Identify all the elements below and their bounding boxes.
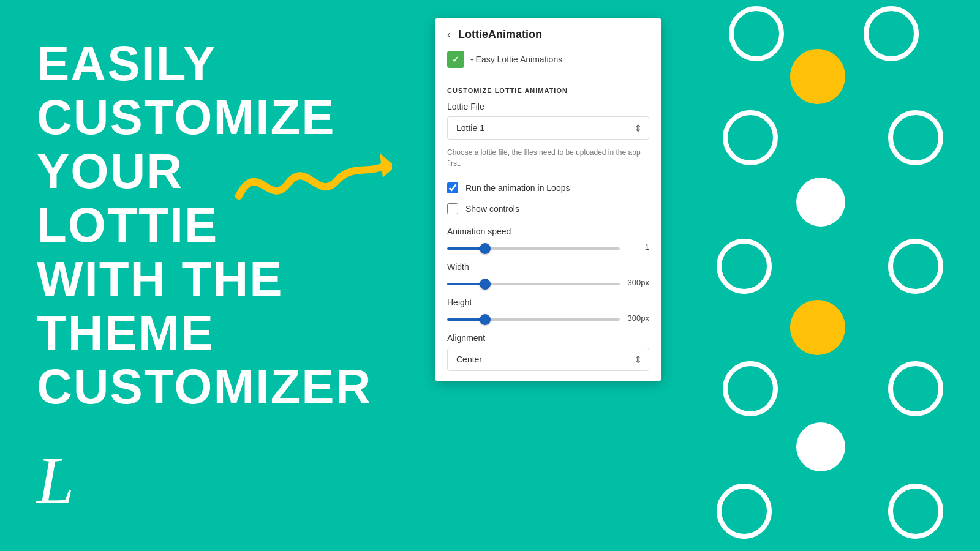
- arrow-graphic: [233, 147, 392, 220]
- panel-header: ‹ LottieAnimation: [435, 18, 662, 48]
- show-controls-checkbox[interactable]: [447, 203, 458, 214]
- height-slider[interactable]: [447, 318, 620, 321]
- customizer-panel: ‹ LottieAnimation ✓ - Easy Lottie Animat…: [435, 18, 662, 381]
- plugin-icon: ✓: [447, 51, 464, 68]
- width-slider-wrapper: [447, 277, 620, 288]
- animation-speed-slider-wrapper: [447, 241, 620, 252]
- height-row: 300px: [447, 312, 649, 323]
- deco-circle-1: [729, 6, 784, 61]
- animation-speed-section: Animation speed 1: [435, 219, 662, 255]
- deco-circle-6: [796, 178, 845, 227]
- deco-circle-14: [888, 484, 943, 539]
- alignment-label: Alignment: [447, 333, 649, 343]
- lottie-file-select-wrapper: Lottie 1 Lottie 2 Lottie 3 ⇕: [447, 116, 649, 140]
- deco-circle-7: [717, 239, 772, 294]
- height-label: Height: [447, 298, 649, 307]
- back-button[interactable]: ‹: [447, 28, 451, 41]
- plugin-row: ✓ - Easy Lottie Animations: [435, 48, 662, 77]
- deco-circle-5: [888, 110, 943, 165]
- width-slider[interactable]: [447, 283, 620, 285]
- deco-circle-12: [796, 422, 845, 471]
- loop-label: Run the animation in Loops: [466, 183, 570, 193]
- alignment-select-wrapper: Left Center Right ⇕: [447, 348, 649, 371]
- animation-speed-label: Animation speed: [447, 227, 649, 236]
- deco-circle-2: [864, 6, 919, 61]
- lottie-file-select[interactable]: Lottie 1 Lottie 2 Lottie 3: [447, 116, 649, 140]
- width-row: 300px: [447, 277, 649, 288]
- show-controls-label: Show controls: [466, 204, 519, 214]
- height-section: Height 300px: [435, 290, 662, 326]
- alignment-select[interactable]: Left Center Right: [447, 348, 649, 371]
- alignment-section: Alignment Left Center Right ⇕: [435, 326, 662, 381]
- deco-circle-11: [888, 361, 943, 416]
- loop-checkbox-row: Run the animation in Loops: [435, 178, 662, 198]
- lottie-logo: L: [37, 447, 74, 514]
- lottie-hint: Choose a lottie file, the files need to …: [435, 144, 662, 178]
- deco-circle-3: [790, 49, 845, 104]
- animation-speed-value: 1: [626, 242, 649, 252]
- deco-circle-4: [723, 110, 778, 165]
- panel-title: LottieAnimation: [458, 28, 542, 41]
- deco-circle-10: [723, 361, 778, 416]
- deco-circle-8: [888, 239, 943, 294]
- deco-circle-13: [717, 484, 772, 539]
- deco-circle-9: [790, 300, 845, 355]
- plugin-name: - Easy Lottie Animations: [470, 54, 562, 64]
- width-label: Width: [447, 262, 649, 272]
- section-label: CUSTOMIZE LOTTIE ANIMATION: [435, 77, 662, 99]
- show-controls-checkbox-row: Show controls: [435, 198, 662, 219]
- height-slider-wrapper: [447, 312, 620, 323]
- width-value: 300px: [626, 278, 649, 287]
- animation-speed-slider[interactable]: [447, 247, 620, 250]
- left-text-block: EASILY CUSTOMIZE YOUR LOTTIE WITH THE TH…: [37, 37, 343, 414]
- lottie-file-label: Lottie File: [435, 99, 662, 116]
- svg-marker-0: [380, 153, 392, 178]
- headline-text: EASILY CUSTOMIZE YOUR LOTTIE WITH THE TH…: [37, 37, 343, 414]
- animation-speed-row: 1: [447, 241, 649, 252]
- height-value: 300px: [626, 313, 649, 323]
- width-section: Width 300px: [435, 255, 662, 290]
- loop-checkbox[interactable]: [447, 182, 458, 193]
